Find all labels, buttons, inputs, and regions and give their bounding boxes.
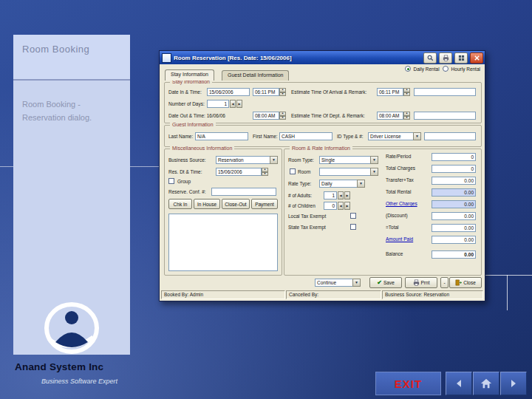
tab-guest-detail-information[interactable]: Guest Detail Information (222, 70, 289, 81)
status-cancelled-by: Cancelled By: (286, 290, 381, 299)
rate-period-field[interactable]: 0 (432, 153, 476, 161)
number-of-days-field[interactable]: 1 (207, 100, 229, 108)
time-in-spinner[interactable]: ▲▼ (279, 88, 286, 96)
total-field[interactable]: 0.00 (432, 224, 476, 232)
more-button[interactable]: - (440, 277, 449, 288)
door-icon (455, 279, 462, 286)
window-icon (162, 53, 171, 63)
printer-icon (413, 279, 420, 286)
id-number-field[interactable] (424, 132, 476, 140)
date-in-field[interactable]: 15/06/2006 (207, 88, 250, 96)
group-label: Group (177, 179, 191, 184)
group-checkbox[interactable] (168, 178, 174, 184)
home-icon (480, 378, 493, 389)
discount-field[interactable]: 0.00 (432, 212, 476, 220)
window-titlebar[interactable]: Room Reservation [Res. Date: 15/06/2006] (160, 51, 485, 64)
transfer-tax-field[interactable]: 0.00 (432, 177, 476, 185)
total-label: =Total (386, 225, 399, 230)
adults-field[interactable]: 1 (324, 191, 337, 200)
other-charges-link[interactable]: Other Charges (386, 201, 417, 206)
etd-time-field[interactable]: 08:00 AM (377, 112, 403, 120)
chevron-down-icon[interactable]: ▼ (370, 168, 378, 176)
room-checkbox[interactable] (290, 168, 296, 174)
nav-home-button[interactable] (473, 372, 499, 395)
chevron-down-icon[interactable]: ▼ (270, 156, 278, 164)
res-date-field[interactable]: 15/06/2006 (216, 168, 262, 176)
time-out-field[interactable]: 08:00 AM (253, 112, 279, 120)
nav-next-button[interactable] (500, 372, 527, 395)
spin-down-icon[interactable]: ▼ (403, 116, 410, 120)
grid-icon (458, 55, 465, 61)
first-name-label: First Name: (253, 134, 278, 139)
slide-title: Room Booking (13, 35, 130, 55)
spin-down-icon[interactable]: ▼ (262, 172, 268, 177)
amount-paid-link[interactable]: Amount Paid (386, 236, 413, 242)
close-button[interactable]: Close (449, 277, 482, 288)
adults-label: # of Adults: (288, 193, 312, 198)
chevron-down-icon[interactable]: ▼ (357, 180, 365, 188)
time-in-field[interactable]: 06:11 PM (253, 88, 279, 96)
print-button[interactable]: Prnt (405, 277, 437, 288)
business-source-combo[interactable]: Reservation (216, 156, 278, 164)
company-tagline: Business Software Expert (41, 378, 117, 385)
last-name-field[interactable]: N/A (195, 132, 248, 140)
tab-stay-information[interactable]: Stay Information (165, 69, 214, 81)
room-combo[interactable] (319, 168, 378, 176)
nav-previous-button[interactable] (446, 372, 472, 395)
state-tax-exempt-checkbox[interactable] (350, 224, 356, 230)
remarks-textarea[interactable] (168, 214, 278, 271)
chevron-down-icon[interactable]: ▼ (352, 279, 361, 287)
reserve-conf-field[interactable] (211, 188, 276, 196)
spin-down-icon[interactable]: ▼ (279, 116, 286, 120)
total-charges-label: Total Charges (386, 166, 415, 171)
chevron-down-icon[interactable]: ▼ (413, 132, 421, 140)
total-charges-field[interactable]: 0 (432, 165, 476, 173)
days-increment-button[interactable]: ▶ (236, 100, 242, 108)
children-field[interactable]: 0 (324, 202, 337, 210)
save-button[interactable]: ✔ Save (369, 277, 402, 288)
titlebar-grid-button[interactable] (454, 52, 468, 64)
children-increment-button[interactable]: ▶ (344, 202, 350, 210)
local-tax-exempt-label: Local Tax Exempt (288, 214, 326, 219)
days-decrement-button[interactable]: ◀ (230, 100, 236, 108)
date-in-label: Date In & Time: (168, 89, 202, 95)
daily-rental-radio[interactable] (405, 66, 411, 72)
in-house-button[interactable]: In House (194, 199, 220, 209)
slide-title-box: Room Booking (13, 35, 130, 81)
date-out-label: Date Out & Time: 16/06/06 (168, 113, 225, 118)
etd-label: Estimate Time Of Dept. & Remark: (291, 113, 365, 118)
res-date-spinner[interactable]: ▲▼ (262, 168, 268, 176)
eta-remark-field[interactable] (414, 88, 476, 96)
titlebar-close-button[interactable] (470, 52, 483, 64)
eta-time-spinner[interactable]: ▲▼ (403, 88, 410, 96)
amount-paid-field[interactable]: 0.00 (432, 236, 476, 244)
spin-down-icon[interactable]: ▼ (279, 92, 286, 97)
titlebar-print-button[interactable] (439, 52, 452, 64)
eta-time-field[interactable]: 06:11 PM (377, 88, 403, 96)
close-out-button[interactable]: Close-Out (222, 199, 250, 209)
prev-icon (454, 378, 464, 389)
check-in-button[interactable]: Chk In (168, 199, 192, 209)
save-check-icon: ✔ (377, 279, 382, 286)
room-type-combo[interactable]: Single (319, 156, 378, 164)
exit-button[interactable]: EXIT (375, 372, 441, 395)
other-charges-field[interactable]: 0.00 (432, 200, 476, 208)
chevron-down-icon[interactable]: ▼ (370, 156, 378, 164)
spin-down-icon[interactable]: ▼ (403, 92, 410, 97)
hourly-rental-radio[interactable] (443, 66, 449, 72)
local-tax-exempt-checkbox[interactable] (350, 213, 356, 219)
etd-remark-field[interactable] (414, 112, 476, 120)
room-type-label: Room Type: (288, 157, 314, 163)
total-rental-field[interactable]: 0.00 (432, 188, 476, 197)
first-name-field[interactable]: CASH (279, 132, 332, 140)
etd-time-spinner[interactable]: ▲▼ (403, 112, 410, 120)
children-decrement-button[interactable]: ◀ (338, 202, 344, 210)
payment-button[interactable]: Payment (251, 199, 278, 209)
adults-increment-button[interactable]: ▶ (344, 191, 350, 200)
titlebar-search-button[interactable] (423, 52, 437, 64)
time-out-spinner[interactable]: ▲▼ (279, 112, 286, 120)
adults-decrement-button[interactable]: ◀ (338, 191, 344, 200)
total-rental-label: Total Rental (386, 189, 411, 194)
balance-field[interactable]: 0.00 (432, 250, 476, 259)
id-type-label: ID Type & #: (337, 134, 364, 139)
